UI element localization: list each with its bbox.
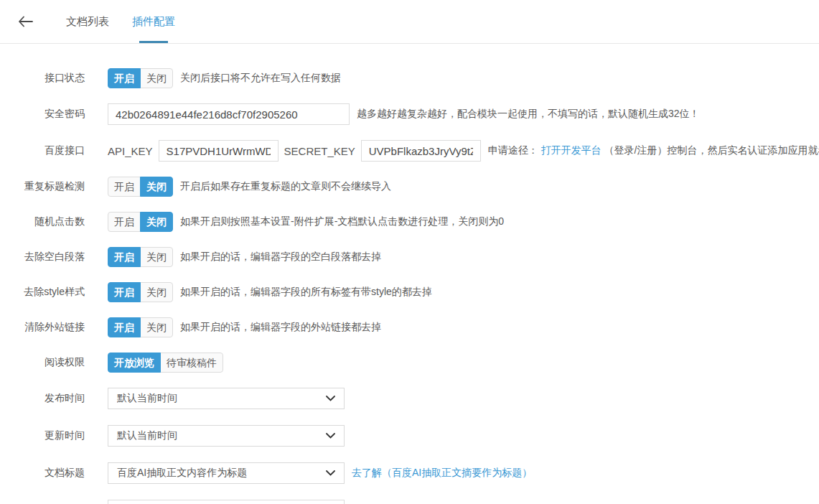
field-label: 文档标题 [0, 467, 85, 480]
field-hint: 如果开启的话，编辑器字段的所有标签有带style的都去掉 [180, 286, 432, 299]
partial-input[interactable] [108, 500, 345, 504]
toggle-on-button[interactable]: 开启 [108, 282, 141, 302]
form-row-remove-style: 去除style样式 开启 关闭 如果开启的话，编辑器字段的所有标签有带style… [0, 282, 819, 302]
toggle-off-button[interactable]: 关闭 [140, 247, 173, 267]
form-row-random-clicks: 随机点击数 开启 关闭 如果开启则按照基本设置-附件扩展-文档默认点击数进行处理… [0, 212, 819, 232]
form-row-publish-time: 发布时间 默认当前时间 [0, 388, 819, 409]
field-label: 重复标题检测 [0, 180, 85, 193]
field-hint: 如果开启的话，编辑器字段的外站链接都去掉 [180, 321, 381, 334]
chevron-down-icon [326, 396, 335, 401]
field-label: 阅读权限 [0, 356, 85, 369]
publish-time-select[interactable]: 默认当前时间 [108, 388, 345, 409]
chevron-down-icon [326, 433, 335, 439]
form-row-doc-title: 文档标题 百度AI抽取正文内容作为标题 去了解（百度AI抽取正文摘要作为标题） [0, 462, 819, 484]
field-label: 去除空白段落 [0, 251, 85, 263]
tab-plugin-config[interactable]: 插件配置 [129, 0, 178, 43]
field-hint: 关闭后接口将不允许在写入任何数据 [180, 72, 341, 85]
form-row-read-permission: 阅读权限 开放浏览 待审核稿件 [0, 353, 819, 373]
plugin-config-form: 接口状态 开启 关闭 关闭后接口将不允许在写入任何数据 安全密码 越多越好越复杂… [0, 44, 819, 504]
field-hint: 申请途径： 打开开发平台 （登录/注册）控制台，然后实名认证添加应用就看到了！ [488, 144, 819, 157]
selected-value: 百度AI抽取正文内容作为标题 [117, 467, 247, 480]
open-browse-button[interactable]: 开放浏览 [108, 353, 161, 373]
field-label: 去除style样式 [0, 286, 85, 299]
duplicate-title-toggle: 开启 关闭 [108, 177, 173, 197]
form-row-partial [0, 500, 819, 504]
field-hint: 开启后如果存在重复标题的文章则不会继续导入 [180, 180, 391, 193]
interface-status-toggle: 开启 关闭 [108, 68, 173, 88]
toggle-off-button[interactable]: 关闭 [140, 68, 173, 88]
toggle-off-button[interactable]: 关闭 [140, 317, 173, 337]
secret-key-input[interactable] [361, 140, 481, 162]
back-button[interactable] [16, 12, 34, 31]
clear-links-toggle: 开启 关闭 [108, 317, 173, 337]
toggle-off-button[interactable]: 关闭 [140, 212, 173, 232]
update-time-select[interactable]: 默认当前时间 [108, 425, 345, 447]
api-key-input[interactable] [159, 140, 279, 162]
doc-title-select[interactable]: 百度AI抽取正文内容作为标题 [108, 462, 345, 484]
tabs: 文档列表 插件配置 [63, 0, 195, 43]
remove-style-toggle: 开启 关闭 [108, 282, 173, 302]
form-row-remove-blank-paragraphs: 去除空白段落 开启 关闭 如果开启的话，编辑器字段的空白段落都去掉 [0, 247, 819, 267]
field-label: 安全密码 [0, 108, 85, 121]
selected-value: 默认当前时间 [117, 392, 177, 405]
field-label: 清除外站链接 [0, 321, 85, 334]
tab-document-list[interactable]: 文档列表 [63, 0, 112, 43]
field-label: 接口状态 [0, 72, 85, 85]
selected-value: 默认当前时间 [117, 429, 177, 442]
toggle-off-button[interactable]: 关闭 [140, 177, 173, 197]
form-row-duplicate-title-check: 重复标题检测 开启 关闭 开启后如果存在重复标题的文章则不会继续导入 [0, 177, 819, 197]
toggle-on-button[interactable]: 开启 [108, 317, 141, 337]
secret-key-label: SECRET_KEY [284, 145, 355, 157]
form-row-baidu-api: 百度接口 API_KEY SECRET_KEY 申请途径： 打开开发平台 （登录… [0, 140, 819, 162]
security-password-input[interactable] [108, 103, 350, 125]
field-label: 发布时间 [0, 392, 85, 405]
field-hint: 如果开启的话，编辑器字段的空白段落都去掉 [180, 251, 381, 263]
toggle-on-button[interactable]: 开启 [108, 212, 141, 232]
apply-path-suffix: （登录/注册）控制台，然后实名认证添加应用就看到了！ [604, 144, 819, 156]
api-key-label: API_KEY [108, 145, 153, 157]
learn-more-link[interactable]: 去了解（百度AI抽取正文摘要作为标题） [352, 467, 532, 480]
pending-review-button[interactable]: 待审核稿件 [160, 353, 223, 373]
field-label: 随机点击数 [0, 215, 85, 228]
remove-blank-toggle: 开启 关闭 [108, 247, 173, 267]
back-arrow-icon [18, 16, 33, 27]
form-row-clear-external-links: 清除外站链接 开启 关闭 如果开启的话，编辑器字段的外站链接都去掉 [0, 317, 819, 337]
field-hint: 如果开启则按照基本设置-附件扩展-文档默认点击数进行处理，关闭则为0 [180, 215, 504, 228]
form-row-update-time: 更新时间 默认当前时间 [0, 425, 819, 447]
tab-bar: 文档列表 插件配置 [0, 0, 819, 44]
form-row-security-password: 安全密码 越多越好越复杂越好，配合模块一起使用，不填写的话，默认随机生成32位！ [0, 103, 819, 125]
toggle-on-button[interactable]: 开启 [108, 68, 141, 88]
form-row-interface-status: 接口状态 开启 关闭 关闭后接口将不允许在写入任何数据 [0, 68, 819, 88]
field-label: 百度接口 [0, 144, 85, 157]
toggle-off-button[interactable]: 关闭 [140, 282, 173, 302]
apply-path-text: 申请途径： [488, 144, 538, 156]
field-label: 更新时间 [0, 429, 85, 442]
field-hint: 越多越好越复杂越好，配合模块一起使用，不填写的话，默认随机生成32位！ [357, 108, 700, 121]
read-permission-toggle: 开放浏览 待审核稿件 [108, 353, 223, 373]
open-dev-platform-link[interactable]: 打开开发平台 [541, 144, 602, 156]
toggle-on-button[interactable]: 开启 [108, 177, 141, 197]
chevron-down-icon [326, 470, 335, 476]
random-clicks-toggle: 开启 关闭 [108, 212, 173, 232]
toggle-on-button[interactable]: 开启 [108, 247, 141, 267]
